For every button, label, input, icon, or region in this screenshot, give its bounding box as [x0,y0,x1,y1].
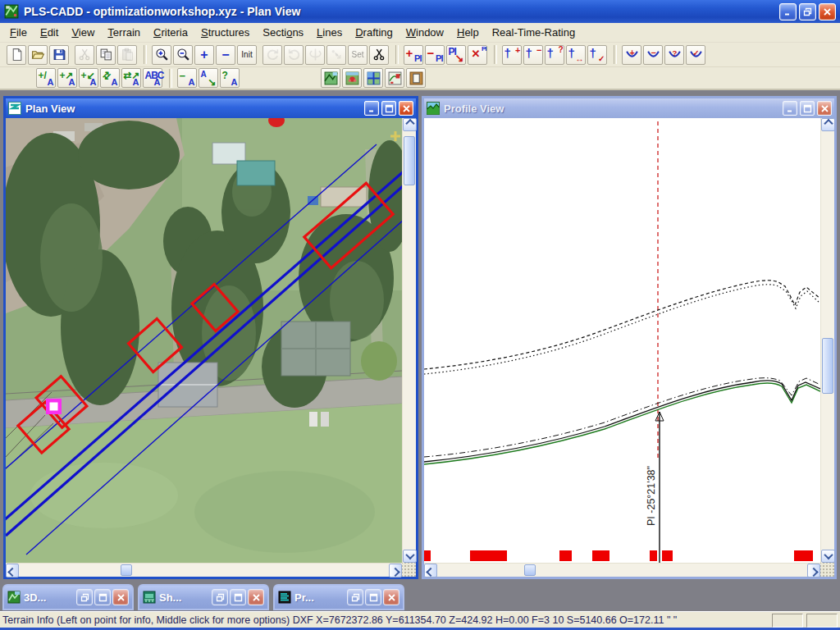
open-folder-icon-button[interactable] [28,45,48,65]
view-sheet-icon-button[interactable] [406,68,426,88]
init-button[interactable]: Init [237,45,257,65]
minimize-button[interactable] [779,3,797,21]
restore-button[interactable] [799,3,816,21]
cut-icon-button[interactable] [75,45,94,65]
structure-query-icon-button[interactable]: †? [545,45,564,65]
view-3d-icon-button[interactable] [321,68,340,88]
minimized-close-button[interactable] [112,589,129,605]
minimized-restore-button[interactable] [212,589,228,605]
view-profile-icon-button[interactable] [385,68,404,88]
profile-maximize-button[interactable] [800,101,815,116]
menu-lines[interactable]: Lines [310,24,349,41]
minimized-restore-button[interactable] [347,589,363,605]
profile-scroll-up-button[interactable] [821,118,835,131]
point-swap-up-icon-button[interactable]: ⇄↗A [121,68,141,88]
minimized-window-pr[interactable]: Pr... [273,584,404,610]
menu-help[interactable]: Help [450,24,486,41]
plan-scroll-down-button[interactable] [403,550,417,563]
annotation-query-icon-button[interactable]: ?A [220,68,240,88]
menu-file[interactable]: File [3,24,34,41]
point-add-down-icon-button[interactable]: +↙A [79,68,98,88]
plan-view-titlebar[interactable]: Plan View [6,98,416,118]
section-query-icon-button[interactable]: ? [664,45,684,65]
point-add-up-icon-button[interactable]: +↗A [57,68,77,88]
plan-scroll-right-button[interactable] [389,564,402,578]
plan-hscroll-thumb[interactable] [121,564,132,576]
minimized-close-button[interactable] [248,589,264,605]
plan-aerial-view[interactable] [6,118,402,563]
pi-angle-label: PI -25°21'38" [646,466,657,526]
minimized-maximize-button[interactable] [94,589,111,605]
menu-terrain[interactable]: Terrain [101,24,147,41]
scissors-icon-button[interactable] [369,45,389,65]
plus-icon-button[interactable]: + [194,45,214,65]
set-button[interactable]: Set [348,45,368,65]
plan-horizontal-scrollbar[interactable] [6,563,402,577]
point-abc-icon-button[interactable]: ABCA [143,68,162,88]
profile-scroll-down-button[interactable] [821,550,835,563]
view-plan-icon-button[interactable] [363,68,383,88]
annotation-move-icon-button[interactable]: A↘ [199,68,218,88]
rotate-axis-icon-button[interactable] [305,45,325,65]
minimized-maximize-button[interactable] [230,589,246,605]
section-remove-icon-button[interactable]: − [643,45,663,65]
profile-horizontal-scrollbar[interactable] [424,563,820,577]
paste-icon-button[interactable] [117,45,137,65]
rotate-ccw-icon-button[interactable] [262,45,282,65]
plan-maximize-button[interactable] [381,101,396,116]
menu-edit[interactable]: Edit [34,24,65,41]
plan-vertical-scrollbar[interactable] [402,118,416,563]
minimized-close-button[interactable] [383,589,399,605]
profile-view-titlebar[interactable]: Profile View [424,98,834,118]
profile-chart[interactable]: PI -25°21'38" [424,118,820,563]
zoom-in-icon-button[interactable] [152,45,171,65]
view-photo-icon-button[interactable] [342,68,362,88]
menu-view[interactable]: View [65,24,101,41]
minimized-window-sh[interactable]: Sh... [138,584,269,610]
point-add-icon-button[interactable]: +/A [36,68,56,88]
plan-scroll-up-button[interactable] [403,118,417,131]
minimized-window-3d[interactable]: 3D... [2,584,134,610]
profile-close-button[interactable] [817,101,832,116]
menu-sections[interactable]: Sections [256,24,310,41]
pi-remove-icon-button[interactable]: −PI [425,45,445,65]
rotate-cw-icon-button[interactable] [284,45,304,65]
move-point-icon-button[interactable] [326,45,346,65]
structure-move-icon-button[interactable]: †↔ [566,45,586,65]
new-file-icon-button[interactable] [7,45,26,65]
plan-close-button[interactable] [399,101,413,116]
profile-scroll-right-button[interactable] [807,564,820,578]
profile-scroll-left-button[interactable] [424,564,437,578]
profile-minimize-button[interactable] [783,101,797,116]
profile-resize-grip[interactable] [820,563,834,577]
profile-hscroll-thumb[interactable] [524,564,536,576]
save-icon-button[interactable] [49,45,69,65]
plan-minimize-button[interactable] [364,101,379,116]
profile-vertical-scrollbar[interactable] [820,118,834,563]
structure-remove-icon-button[interactable]: †− [523,45,543,65]
structure-add-icon-button[interactable]: †+ [502,45,522,65]
minus-icon-button[interactable]: − [216,45,235,65]
pi-add-icon-button[interactable]: +PI [404,45,423,65]
zoom-out-icon-button[interactable] [173,45,193,65]
point-swap-icon-button[interactable]: ⇄A [100,68,120,88]
plan-vscroll-thumb[interactable] [404,136,415,185]
minimized-maximize-button[interactable] [365,589,381,605]
annotation-remove-icon-button[interactable]: −A [177,68,197,88]
plan-resize-grip[interactable] [402,563,416,577]
menu-window[interactable]: Window [399,24,450,41]
pi-move-icon-button[interactable]: PI↘ [446,45,466,65]
copy-icon-button[interactable] [96,45,116,65]
plan-scroll-left-button[interactable] [6,564,19,578]
minimized-restore-button[interactable] [76,589,93,605]
structure-check-icon-button[interactable]: †✓ [587,45,607,65]
profile-vscroll-thumb[interactable] [822,338,833,394]
menu-structures[interactable]: Structures [194,24,256,41]
section-add-icon-button[interactable]: + [622,45,641,65]
pi-delete-icon-button[interactable]: ✕PI [468,45,487,65]
close-button[interactable] [819,3,836,21]
menu-criteria[interactable]: Criteria [147,24,194,41]
menu-drafting[interactable]: Drafting [349,24,399,41]
menu-real-time-rating[interactable]: Real-Time-Rating [486,24,582,41]
section-check-icon-button[interactable]: ✓ [686,45,705,65]
